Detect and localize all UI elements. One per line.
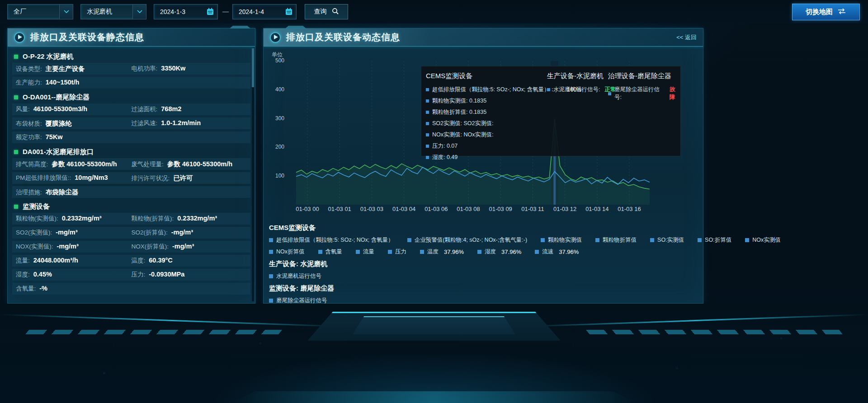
start-date-picker[interactable]: 2024-1-3 xyxy=(154,4,218,19)
field-value: 布袋除尘器 xyxy=(46,188,79,197)
field-value: 参数 46100-55300m/h xyxy=(52,160,117,169)
table-row: PM超低排排放限值::10mg/Nm3排污许可状况:已许可 xyxy=(12,172,250,184)
top-toolbar: 全厂 水泥磨机 2024-1-3 — 2024-1-4 xyxy=(0,0,868,23)
legend-item-label: SO:实测值 xyxy=(657,236,684,244)
field-cell: 流量:24048.000m³/h xyxy=(16,257,132,265)
field-value: 主要生产设备 xyxy=(46,65,85,73)
bullet-square-icon xyxy=(608,92,611,95)
plant-select[interactable]: 全厂 xyxy=(7,4,73,19)
field-label: 布袋材质: xyxy=(16,120,42,128)
tooltip-item: 颗粒物折算值: 0.1835 xyxy=(426,108,581,116)
field-cell: SO2(折算值):-mg/m³ xyxy=(132,229,247,237)
legend-row: 超低排放限值（颗拉物:5: SOz-; NOx; 含氧量）企业预警值(颗粒物:4… xyxy=(269,236,698,244)
footer-wing-right xyxy=(586,330,843,334)
green-square-icon xyxy=(14,205,18,209)
switch-map-button[interactable]: 切换地图 xyxy=(792,4,860,20)
field-label: SO2(实测值): xyxy=(16,229,52,237)
tooltip-column: 治理设备-磨尾除尘器磨尾除尘器运行信号:故障 xyxy=(608,72,680,105)
field-value: 0.2332mg/m³ xyxy=(62,215,102,222)
table-row: 额定功率:75Kw xyxy=(12,131,250,143)
tooltip-item: 磨尾除尘器运行信号:故障 xyxy=(608,86,680,101)
chart-tooltip: CEMS监测设备超低排放限值（颗拉物:5: SOz-; NOx; 含氧量）：10… xyxy=(421,66,681,156)
legend-item[interactable]: 温度37.96% xyxy=(420,248,464,256)
table-row: 布袋材质:覆膜涤纶过滤风速:1.0-1.2m/min xyxy=(12,117,250,129)
field-value: -mg/m³ xyxy=(56,229,77,236)
end-date-picker[interactable]: 2024-1-4 xyxy=(232,4,297,19)
table-row: 设备类型:主要生产设备电机功率:3350Kw xyxy=(12,63,250,75)
legend-item-value: 37.96% xyxy=(444,248,464,255)
legend-item[interactable]: 流量 xyxy=(356,248,374,256)
legend-item-label: SO:折算值 xyxy=(705,236,731,244)
legend-group-heading: 生产设备: 水泥磨机 xyxy=(269,260,698,268)
field-cell: NOX(实测值):-mg/m³ xyxy=(16,243,132,251)
legend-item[interactable]: 企业预警值(颗粒物:4; sOz-; NOx-;含氧气量:-) xyxy=(407,236,527,244)
bullet-square-icon xyxy=(426,133,429,136)
legend-item[interactable]: 超低排放限值（颗拉物:5: SOz-; NOx; 含氧量） xyxy=(269,236,394,244)
switch-map-label: 切换地图 xyxy=(806,8,833,16)
legend-item[interactable]: 流速37.96% xyxy=(535,248,579,256)
field-cell: 湿度:0.45% xyxy=(16,271,132,279)
field-cell: NOX(折算值):-mg/m³ xyxy=(132,243,247,251)
field-label: 过滤面积: xyxy=(132,105,158,113)
legend-item[interactable]: SO:折算值 xyxy=(698,236,731,244)
field-label: 流量: xyxy=(16,257,30,265)
x-axis-tick-label: 01-03 12 xyxy=(553,206,576,212)
legend-item-label: 湿度 xyxy=(485,248,496,256)
field-value: 24048.000m³/h xyxy=(33,257,78,264)
tooltip-item: 湿度: 0.49 xyxy=(426,154,581,161)
field-label: 废气处理量: xyxy=(132,160,164,169)
y-axis-tick-label: 300 xyxy=(275,115,284,122)
field-label: 电机功率: xyxy=(132,65,158,73)
tooltip-item-text: 水泥磨机运行信号: xyxy=(553,86,600,94)
date-range-separator: — xyxy=(222,8,229,15)
field-label: 治理措施: xyxy=(16,188,42,197)
x-axis-tick-label: 01-03 01 xyxy=(328,206,351,212)
field-value: 0.2332mg/m³ xyxy=(177,215,217,222)
legend-item[interactable]: NOx实测值 xyxy=(745,236,781,244)
field-label: NOX(实测值): xyxy=(16,243,53,251)
play-icon xyxy=(14,32,25,43)
field-cell: 颗粒物(实测值):0.2332mg/m³ xyxy=(16,215,132,223)
back-link[interactable]: << 返回 xyxy=(676,33,697,42)
device-select[interactable]: 水泥磨机 xyxy=(80,4,146,19)
legend-item[interactable]: 湿度37.96% xyxy=(477,248,521,256)
legend-item-label: 颗粒物折算值 xyxy=(603,236,637,244)
legend-item[interactable]: 颗粒物折算值 xyxy=(595,236,637,244)
legend-item[interactable]: NOx折算值 xyxy=(269,248,305,256)
tooltip-item: 水泥磨机运行信号:正常 xyxy=(547,86,616,94)
dynamic-panel-title: 排放口及关联设备动态信息 xyxy=(286,31,400,43)
query-button-label: 查询 xyxy=(314,8,327,16)
table-row: 颗粒物(实测值):0.2332mg/m³颗粒物(折算值):0.2332mg/m³ xyxy=(12,213,250,225)
scrollbar-thumb[interactable] xyxy=(252,48,254,87)
legend-item[interactable]: 含氧量 xyxy=(318,248,343,256)
field-cell: 设备类型:主要生产设备 xyxy=(16,65,132,73)
legend-marker-icon xyxy=(269,238,273,242)
legend-item[interactable]: 水泥磨机运行信号 xyxy=(269,272,321,280)
legend-item-value: 37.96% xyxy=(559,248,579,255)
scrollbar[interactable] xyxy=(252,48,254,301)
legend-item[interactable]: 颗粒物实测值 xyxy=(541,236,582,244)
section-title: 监测设备 xyxy=(23,202,50,211)
legend-item-label: NOx折算值 xyxy=(276,248,305,256)
tooltip-item-text: 超低排放限值（颗拉物:5: SOz-; NOx; 含氧量）： xyxy=(432,86,555,94)
tooltip-item-text: NOx实测值: NOx实测值: xyxy=(432,131,493,139)
field-value: 3350Kw xyxy=(161,65,185,72)
chevron-down-icon[interactable] xyxy=(132,5,146,19)
query-button[interactable]: 查询 xyxy=(305,4,348,19)
tooltip-item: 压力: 0.07 xyxy=(426,142,581,150)
table-row: NOX(实测值):-mg/m³NOX(折算值):-mg/m³ xyxy=(12,241,250,253)
calendar-icon[interactable] xyxy=(203,5,217,19)
field-label: 排气筒高度: xyxy=(16,160,48,169)
legend-item[interactable]: 压力 xyxy=(388,248,406,256)
calendar-icon[interactable] xyxy=(282,5,296,19)
tooltip-item: NOx实测值: NOx实测值: xyxy=(426,131,581,139)
legend-item[interactable]: SO:实测值 xyxy=(650,236,684,244)
bullet-square-icon xyxy=(426,99,429,103)
y-axis-tick-label: 400 xyxy=(275,86,284,93)
table-row: 排气筒高度:参数 46100-55300m/h废气处理量:参数 46100-55… xyxy=(12,158,250,170)
legend-marker-icon xyxy=(477,250,481,254)
field-label: 颗粒物(折算值): xyxy=(132,215,174,223)
chevron-down-icon[interactable] xyxy=(59,5,73,19)
field-cell: PM超低排排放限值::10mg/Nm3 xyxy=(16,174,132,182)
tooltip-item: 颗粒物实测值: 0.1835 xyxy=(426,97,581,105)
